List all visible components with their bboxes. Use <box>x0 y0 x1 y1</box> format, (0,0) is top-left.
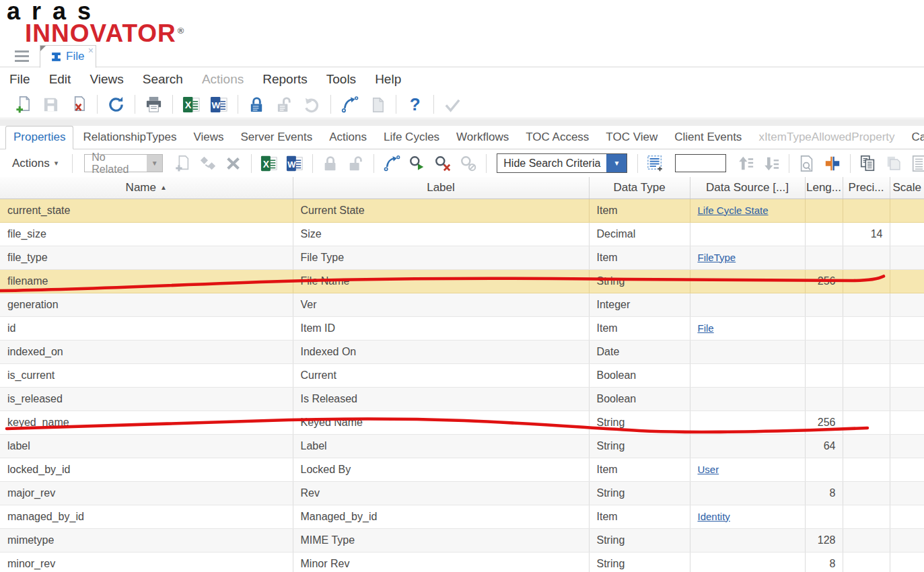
cell-data-type[interactable]: Boolean <box>589 363 690 387</box>
cell-scale[interactable] <box>890 340 924 363</box>
export-word-icon[interactable]: W <box>210 96 228 114</box>
cell-scale[interactable] <box>890 410 924 434</box>
cell-length[interactable] <box>805 387 843 410</box>
cell-label[interactable]: Is Released <box>293 387 589 410</box>
cell-precision[interactable] <box>843 434 890 458</box>
cell-label[interactable]: Item ID <box>293 316 589 340</box>
column-header-data-type[interactable]: Data Type <box>589 177 690 199</box>
cell-length[interactable] <box>805 458 843 481</box>
export-word-icon[interactable]: W <box>286 155 304 172</box>
search-criteria-dropdown[interactable]: Hide Search Criteria ▼ <box>497 153 627 173</box>
cell-length[interactable]: 8 <box>805 552 843 572</box>
cell-name[interactable]: keyed_name <box>0 410 293 434</box>
cell-precision[interactable]: 14 <box>843 222 890 246</box>
data-source-link[interactable]: File <box>698 322 714 334</box>
cell-name[interactable]: indexed_on <box>0 340 293 363</box>
cell-precision[interactable] <box>843 340 890 363</box>
cell-precision[interactable] <box>843 552 890 572</box>
cell-length[interactable] <box>805 363 843 387</box>
cell-data-source[interactable] <box>690 528 805 552</box>
cell-precision[interactable] <box>843 387 890 410</box>
cell-label[interactable]: Ver <box>293 293 589 316</box>
lock-icon[interactable] <box>248 96 266 114</box>
property-row[interactable]: locked_by_id Locked By Item User <box>0 458 924 481</box>
cell-name[interactable]: file_type <box>0 246 293 269</box>
run-search-icon[interactable] <box>408 155 426 172</box>
menu-item[interactable]: Search <box>133 72 192 87</box>
page-input[interactable] <box>675 154 726 172</box>
property-row[interactable]: keyed_name Keyed Name String 256 <box>0 410 924 434</box>
menu-item[interactable]: Tools <box>317 72 365 87</box>
export-excel-icon[interactable]: X <box>182 96 201 114</box>
menu-item[interactable]: Reports <box>253 72 317 87</box>
cell-data-source[interactable] <box>690 410 805 434</box>
cell-precision[interactable] <box>843 505 890 528</box>
cell-scale[interactable] <box>890 528 924 552</box>
relationship-tab[interactable]: Server Events <box>233 127 320 149</box>
cell-data-source[interactable] <box>690 481 805 505</box>
property-row[interactable]: file_size Size Decimal 14 <box>0 222 924 246</box>
cell-data-type[interactable]: Integer <box>589 293 690 316</box>
cell-scale[interactable] <box>890 316 924 340</box>
cell-name[interactable]: is_released <box>0 387 293 410</box>
cell-name[interactable]: generation <box>0 293 293 316</box>
cell-data-source[interactable] <box>690 222 805 246</box>
cell-precision[interactable] <box>843 458 890 481</box>
cell-label[interactable]: Rev <box>293 481 589 505</box>
relationship-tab[interactable]: xItemTypeAllowedProperty <box>751 127 902 149</box>
menu-item[interactable]: File <box>0 72 40 87</box>
cell-precision[interactable] <box>843 293 890 316</box>
cell-data-type[interactable]: Date <box>589 340 690 363</box>
cell-label[interactable]: MIME Type <box>293 528 589 552</box>
relationship-tab[interactable]: Workflows <box>449 127 516 149</box>
cell-scale[interactable] <box>890 222 924 246</box>
cell-data-type[interactable]: Item <box>589 505 690 528</box>
cell-data-type[interactable]: String <box>589 410 690 434</box>
cell-scale[interactable] <box>890 269 924 293</box>
cell-data-source[interactable] <box>690 269 805 293</box>
cell-length[interactable] <box>805 293 843 316</box>
cell-data-type[interactable]: Item <box>589 199 690 222</box>
copy-icon[interactable] <box>859 155 877 172</box>
cell-data-type[interactable]: Item <box>589 246 690 269</box>
property-row[interactable]: file_type File Type Item FileType <box>0 246 924 269</box>
cell-label[interactable]: Label <box>293 434 589 458</box>
property-row[interactable]: generation Ver Integer <box>0 293 924 316</box>
property-row[interactable]: label Label String 64 <box>0 434 924 458</box>
cell-scale[interactable] <box>890 363 924 387</box>
data-source-link[interactable]: Identity <box>698 511 730 522</box>
cell-label[interactable]: Keyed Name <box>293 410 589 434</box>
cell-data-source[interactable]: User <box>690 458 805 481</box>
cell-scale[interactable] <box>890 387 924 410</box>
cell-scale[interactable] <box>890 458 924 481</box>
delete-icon[interactable] <box>69 96 87 114</box>
cell-scale[interactable] <box>890 505 924 528</box>
property-row[interactable]: mimetype MIME Type String 128 <box>0 528 924 552</box>
cell-name[interactable]: mimetype <box>0 528 293 552</box>
cell-scale[interactable] <box>890 552 924 572</box>
relationship-tab[interactable]: Properties <box>5 126 73 149</box>
chevron-down-icon[interactable]: ▼ <box>606 154 627 172</box>
cell-name[interactable]: minor_rev <box>0 552 293 572</box>
menu-item[interactable]: Help <box>365 72 411 87</box>
relationship-tab[interactable]: Views <box>186 127 231 149</box>
property-row[interactable]: minor_rev Minor Rev String 8 <box>0 552 924 572</box>
property-row[interactable]: filename File Name String 256 <box>0 269 924 293</box>
column-header-length[interactable]: Leng... <box>805 177 843 199</box>
add-item-icon[interactable] <box>824 155 841 172</box>
cell-label[interactable]: Indexed On <box>293 340 589 363</box>
cell-name[interactable]: file_size <box>0 222 293 246</box>
cell-name[interactable]: label <box>0 434 293 458</box>
cell-length[interactable]: 8 <box>805 481 843 505</box>
cell-length[interactable]: 128 <box>805 528 843 552</box>
menu-item[interactable]: Edit <box>40 72 81 87</box>
property-row[interactable]: managed_by_id Managed_by_id Item Identit… <box>0 505 924 528</box>
column-header-data-source[interactable]: Data Source [...] <box>690 177 805 199</box>
cell-data-source[interactable]: Identity <box>690 505 805 528</box>
column-header-name[interactable]: Name▲ <box>0 177 293 199</box>
window-tab-file[interactable]: File × <box>40 45 96 68</box>
cell-data-source[interactable] <box>690 552 805 572</box>
cell-label[interactable]: File Name <box>293 269 589 293</box>
relationship-tab[interactable]: TOC View <box>598 127 665 149</box>
cell-precision[interactable] <box>843 199 890 222</box>
